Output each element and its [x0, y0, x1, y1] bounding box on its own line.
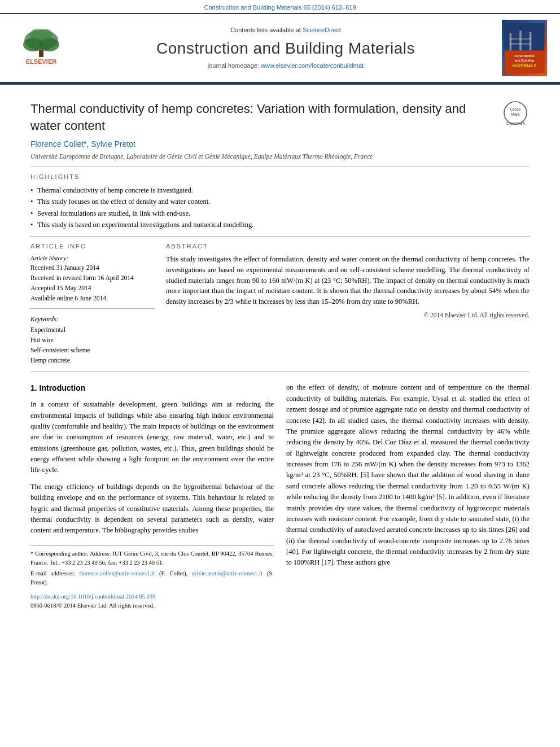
divider-keywords — [30, 308, 155, 309]
body-right-column: on the effect of density, of moisture co… — [286, 382, 530, 610]
crossmark-badge[interactable]: Cross Mark CrossMark — [501, 101, 530, 129]
affiliation: Université Européenne de Bretagne, Labor… — [30, 152, 530, 161]
article-title-section: Thermal conductivity of hemp concretes: … — [30, 101, 530, 134]
abstract-text: This study investigates the effect of fo… — [166, 254, 530, 307]
highlights-label: HIGHLIGHTS — [30, 173, 530, 181]
elsevier-logo-icon: ELSEVIER — [12, 29, 71, 67]
svg-text:and Building: and Building — [515, 59, 535, 62]
keyword-item: Self-consistent scheme — [30, 346, 155, 355]
journal-cover-image: Construction and Building MATERIALS — [502, 20, 547, 76]
journal-header-center: Contents lists available at ScienceDirec… — [80, 20, 491, 76]
crossmark-icon: Cross Mark CrossMark — [503, 101, 528, 129]
doi-link: http://dx.doi.org/10.1016/j.conbuildmat.… — [30, 592, 274, 601]
author-pretot[interactable]: Sylvie Pretot — [91, 139, 135, 148]
authors: Florence Collet*, Sylvie Pretot — [30, 139, 530, 150]
article-title: Thermal conductivity of hemp concretes: … — [30, 101, 501, 134]
footnote-corresponding: * Corresponding author. Address: IUT Gén… — [30, 549, 274, 568]
svg-text:Mark: Mark — [511, 112, 520, 116]
history-label: Article history: — [30, 254, 155, 263]
article-info-column: ARTICLE INFO Article history: Received 3… — [30, 242, 155, 366]
elsevier-logo-area: ELSEVIER — [10, 20, 72, 76]
svg-rect-12 — [530, 32, 532, 51]
doi-anchor[interactable]: http://dx.doi.org/10.1016/j.conbuildmat.… — [30, 593, 155, 600]
email-link-1[interactable]: florence.collet@univ-rennes1.fr — [79, 570, 155, 576]
keyword-item: Hot wire — [30, 335, 155, 344]
author-collet[interactable]: Florence Collet* — [30, 139, 87, 148]
right-paragraph-1: on the effect of density, of moisture co… — [286, 382, 530, 568]
svg-text:MATERIALS: MATERIALS — [512, 64, 536, 69]
divider-article-info — [30, 236, 530, 237]
body-left-column: 1. Introduction In a context of sustaina… — [30, 382, 274, 610]
svg-text:Construction: Construction — [514, 54, 535, 58]
abstract-column: ABSTRACT This study investigates the eff… — [166, 242, 530, 366]
highlight-item: This study is based on experimental inve… — [30, 220, 530, 230]
received-revised-date: Received in revised form 16 April 2014 — [30, 273, 155, 282]
keyword-item: Hemp concrete — [30, 356, 155, 365]
journal-title: Construction and Building Materials — [156, 37, 415, 59]
received-date: Received 31 January 2014 — [30, 263, 155, 272]
available-online-date: Available online 6 June 2014 — [30, 294, 155, 303]
article-info-abstract-section: ARTICLE INFO Article history: Received 3… — [30, 242, 530, 366]
cover-image-svg: Construction and Building MATERIALS — [502, 23, 547, 73]
article-info-label: ARTICLE INFO — [30, 242, 155, 251]
svg-text:ELSEVIER: ELSEVIER — [25, 58, 56, 65]
footer-links: http://dx.doi.org/10.1016/j.conbuildmat.… — [30, 592, 274, 611]
sciencedirect-notice: Contents lists available at ScienceDirec… — [230, 26, 341, 34]
svg-text:Cross: Cross — [510, 107, 521, 111]
journal-citation-bar: Construction and Building Materials 65 (… — [0, 0, 560, 13]
footnote-email: E-mail addresses: florence.collet@univ-r… — [30, 569, 274, 588]
highlights-list: Thermal conductivity of hemp concrete is… — [30, 186, 530, 230]
svg-rect-4 — [39, 50, 43, 57]
keywords-list: Experimental Hot wire Self-consistent sc… — [30, 325, 155, 365]
abstract-label: ABSTRACT — [166, 242, 530, 251]
journal-header: ELSEVIER Contents lists available at Sci… — [0, 13, 560, 83]
section-heading-1: 1. Introduction — [30, 382, 274, 395]
svg-rect-14 — [510, 43, 532, 45]
article-content: Thermal conductivity of hemp concretes: … — [0, 85, 560, 372]
highlight-item: This study focuses on the effect of dens… — [30, 197, 530, 207]
highlight-item: Several formulations are studied, in lin… — [30, 209, 530, 219]
divider-highlights — [30, 167, 530, 167]
keyword-item: Experimental — [30, 325, 155, 334]
sciencedirect-link[interactable]: ScienceDirect — [303, 27, 341, 33]
copyright: © 2014 Elsevier Ltd. All rights reserved… — [166, 311, 530, 320]
highlight-item: Thermal conductivity of hemp concrete is… — [30, 186, 530, 196]
accepted-date: Accepted 15 May 2014 — [30, 283, 155, 292]
divider-body — [30, 372, 530, 372]
journal-cover-image-area: Construction and Building MATERIALS — [499, 20, 550, 76]
svg-rect-13 — [510, 38, 532, 40]
svg-text:CrossMark: CrossMark — [506, 121, 525, 125]
keywords-label: Keywords: — [30, 314, 155, 324]
svg-rect-11 — [519, 31, 522, 51]
intro-paragraph-2: The energy efficiency of buildings depen… — [30, 482, 274, 536]
footnote-area: * Corresponding author. Address: IUT Gén… — [30, 545, 274, 588]
journal-homepage: journal homepage: www.elsevier.com/locat… — [208, 62, 364, 70]
email-link-2[interactable]: sylvie.pretot@univ-rennes1.fr — [191, 570, 262, 576]
article-history: Article history: Received 31 January 201… — [30, 254, 155, 303]
body-content: 1. Introduction In a context of sustaina… — [0, 382, 560, 610]
journal-citation-text: Construction and Building Materials 65 (… — [204, 4, 356, 11]
intro-paragraph-1: In a context of sustainable development,… — [30, 399, 274, 476]
svg-rect-10 — [510, 33, 512, 51]
highlights-section: HIGHLIGHTS Thermal conductivity of hemp … — [30, 173, 530, 230]
issn-text: 0950-0618/© 2014 Elsevier Ltd. All right… — [30, 601, 274, 610]
